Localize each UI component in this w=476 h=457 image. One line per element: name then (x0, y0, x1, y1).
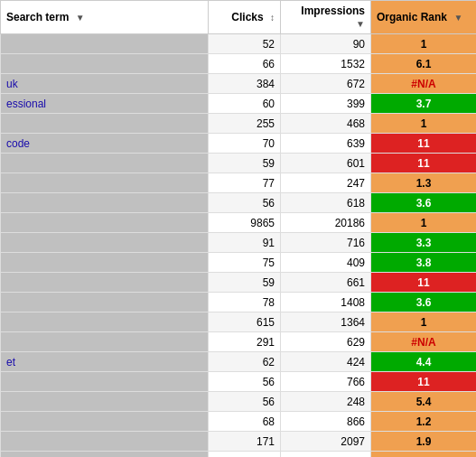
search-term-cell: et (1, 352, 209, 372)
clicks-cell: 291 (209, 332, 281, 352)
search-term-cell (1, 432, 209, 452)
search-term-cell (1, 452, 209, 458)
clicks-cell: 78 (209, 293, 281, 312)
impressions-cell: 424 (281, 352, 371, 372)
organic-rank-cell: 1 (371, 312, 477, 332)
search-term-cell (1, 114, 209, 134)
organic-rank-cell: 11 (371, 273, 477, 293)
organic-rank-cell: 1.2 (371, 412, 477, 432)
search-term-cell (1, 34, 209, 54)
search-term-filter-icon[interactable]: ▼ (76, 13, 85, 23)
organic-rank-cell: 3.8 (371, 253, 477, 273)
search-term-cell (1, 273, 209, 293)
clicks-cell: 56 (209, 372, 281, 392)
clicks-filter-icon[interactable]: ↕ (270, 13, 275, 23)
organic-rank-cell: 5.4 (371, 392, 477, 412)
impressions-cell: 468 (281, 114, 371, 134)
data-table: Search term ▼ Clicks ↕ Impressions ▼ Org… (0, 0, 476, 457)
search-term-cell (1, 213, 209, 233)
impressions-cell: 399 (281, 94, 371, 114)
table-row: 562485.4 (1, 392, 477, 412)
impressions-cell: 639 (281, 134, 371, 154)
organic-rank-cell: #N/A (371, 74, 477, 94)
impressions-cell: 212 (281, 452, 371, 458)
search-term-cell (1, 312, 209, 332)
organic-rank-cell: 1 (371, 34, 477, 54)
organic-rank-cell: 3.3 (371, 233, 477, 253)
organic-rank-cell: 1 (371, 114, 477, 134)
organic-rank-cell: 4.4 (371, 352, 477, 372)
table-row: 291629#N/A (1, 332, 477, 352)
organic-rank-cell: 3.6 (371, 293, 477, 312)
clicks-cell: 52 (209, 34, 281, 54)
impressions-cell: 866 (281, 412, 371, 432)
clicks-cell: 59 (209, 273, 281, 293)
organic-rank-cell: 1 (371, 213, 477, 233)
impressions-cell: 1364 (281, 312, 371, 332)
main-table-container: Search term ▼ Clicks ↕ Impressions ▼ Org… (0, 0, 476, 457)
impressions-cell: 766 (281, 372, 371, 392)
header-search-term[interactable]: Search term ▼ (1, 1, 209, 34)
impressions-cell: 672 (281, 74, 371, 94)
search-term-cell (1, 193, 209, 213)
table-row: et624244.4 (1, 352, 477, 372)
clicks-cell: 56 (209, 392, 281, 412)
table-row: 917163.3 (1, 233, 477, 253)
organic-rank-cell: 6.1 (371, 54, 477, 74)
impressions-filter-icon[interactable]: ▼ (356, 19, 365, 29)
impressions-cell: 247 (281, 173, 371, 193)
impressions-cell: 601 (281, 154, 371, 173)
clicks-cell: 70 (209, 134, 281, 154)
table-row: 9865201861 (1, 213, 477, 233)
organic-rank-cell: 2.3 (371, 452, 477, 458)
table-row: 688661.2 (1, 412, 477, 432)
table-row: 754093.8 (1, 253, 477, 273)
search-term-cell (1, 154, 209, 173)
clicks-cell: 615 (209, 312, 281, 332)
table-row: uk384672#N/A (1, 74, 477, 94)
clicks-cell: 62 (209, 352, 281, 372)
search-term-cell (1, 412, 209, 432)
organic-rank-filter-icon[interactable]: ▼ (453, 13, 462, 23)
table-row: 512122.3 (1, 452, 477, 458)
table-row: 2554681 (1, 114, 477, 134)
header-impressions[interactable]: Impressions ▼ (281, 1, 371, 34)
impressions-cell: 716 (281, 233, 371, 253)
header-clicks-label: Clicks (231, 11, 263, 23)
impressions-cell: 2097 (281, 432, 371, 452)
clicks-cell: 91 (209, 233, 281, 253)
search-term-cell (1, 332, 209, 352)
table-row: 52901 (1, 34, 477, 54)
impressions-cell: 248 (281, 392, 371, 412)
clicks-cell: 60 (209, 94, 281, 114)
clicks-cell: 75 (209, 253, 281, 273)
table-row: 61513641 (1, 312, 477, 332)
clicks-cell: 59 (209, 154, 281, 173)
organic-rank-cell: 11 (371, 372, 477, 392)
search-term-cell: code (1, 134, 209, 154)
impressions-cell: 618 (281, 193, 371, 213)
table-row: 566183.6 (1, 193, 477, 213)
organic-rank-cell: 1.9 (371, 432, 477, 452)
table-row: essional603993.7 (1, 94, 477, 114)
clicks-cell: 255 (209, 114, 281, 134)
clicks-cell: 384 (209, 74, 281, 94)
impressions-cell: 1532 (281, 54, 371, 74)
search-term-cell: essional (1, 94, 209, 114)
impressions-cell: 1408 (281, 293, 371, 312)
table-row: 5960111 (1, 154, 477, 173)
search-term-cell (1, 372, 209, 392)
search-term-cell: uk (1, 74, 209, 94)
impressions-cell: 661 (281, 273, 371, 293)
organic-rank-cell: 3.7 (371, 94, 477, 114)
header-impressions-label: Impressions (301, 5, 365, 17)
header-clicks[interactable]: Clicks ↕ (209, 1, 281, 34)
search-term-cell (1, 54, 209, 74)
header-organic-rank-label: Organic Rank (377, 11, 447, 23)
clicks-cell: 68 (209, 412, 281, 432)
search-term-cell (1, 253, 209, 273)
clicks-cell: 77 (209, 173, 281, 193)
header-search-term-label: Search term (6, 11, 69, 23)
table-row: 5676611 (1, 372, 477, 392)
header-organic-rank[interactable]: Organic Rank ▼ (371, 1, 477, 34)
